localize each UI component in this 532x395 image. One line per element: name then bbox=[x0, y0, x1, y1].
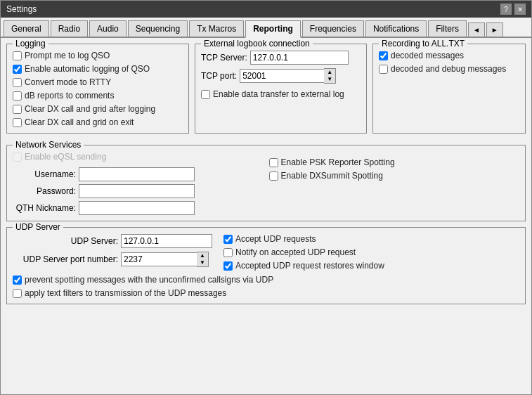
qth-label: QTH Nickname: bbox=[13, 203, 76, 213]
username-label: Username: bbox=[13, 169, 76, 179]
restore-udp-checkbox[interactable] bbox=[223, 261, 233, 271]
apply-filters-row: apply text filters to transmission of th… bbox=[13, 288, 519, 298]
tcp-server-row: TCP Server: bbox=[201, 51, 361, 65]
tab-general[interactable]: General bbox=[4, 20, 49, 37]
udp-port-up[interactable]: ▲ bbox=[197, 252, 208, 259]
decoded-checkbox[interactable] bbox=[379, 51, 388, 60]
psk-row: Enable PSK Reporter Spotting bbox=[269, 157, 520, 167]
udp-server-row: UDP Server: bbox=[13, 234, 212, 248]
help-button[interactable]: ? bbox=[500, 4, 512, 15]
restore-udp-label: Accepted UDP request restores window bbox=[235, 261, 384, 271]
rtty-checkbox[interactable] bbox=[13, 78, 22, 87]
clear-dx-after-label: Clear DX call and grid after logging bbox=[25, 104, 155, 114]
notify-udp-label: Notify on accepted UDP request bbox=[235, 247, 356, 257]
tcp-port-up[interactable]: ▲ bbox=[324, 69, 335, 76]
tab-notifications[interactable]: Notifications bbox=[365, 20, 427, 37]
udp-server-group: UDP Server UDP Server: UDP Server port n… bbox=[6, 227, 526, 304]
qth-row: QTH Nickname: bbox=[13, 201, 264, 215]
db-reports-label: dB reports to comments bbox=[25, 91, 114, 101]
network-inner: Enable eQSL sending Username: Password: … bbox=[13, 148, 519, 215]
tcp-server-label: TCP Server: bbox=[201, 53, 247, 63]
tab-reporting[interactable]: Reporting bbox=[245, 20, 301, 38]
udp-port-down[interactable]: ▼ bbox=[197, 259, 208, 266]
password-label: Password: bbox=[13, 186, 76, 196]
prompt-log-label: Prompt me to log QSO bbox=[25, 51, 110, 60]
clear-dx-after-checkbox[interactable] bbox=[13, 105, 22, 114]
network-services-group: Network Services Enable eQSL sending Use… bbox=[6, 145, 526, 221]
network-title: Network Services bbox=[13, 140, 84, 150]
tcp-port-input[interactable] bbox=[240, 69, 324, 83]
udp-port-input[interactable] bbox=[121, 252, 197, 266]
prevent-spotting-label: prevent spotting messages with the uncon… bbox=[25, 275, 273, 285]
prevent-spotting-checkbox[interactable] bbox=[13, 276, 22, 285]
tab-scroll-right[interactable]: ► bbox=[486, 22, 503, 37]
enable-transfer-checkbox[interactable] bbox=[201, 90, 210, 99]
password-input[interactable] bbox=[79, 184, 195, 198]
username-row: Username: bbox=[13, 167, 264, 181]
close-button[interactable]: ✕ bbox=[514, 4, 526, 15]
bottom-checkboxes: prevent spotting messages with the uncon… bbox=[13, 275, 519, 298]
tab-sequencing[interactable]: Sequencing bbox=[128, 20, 188, 37]
udp-right: Accept UDP requests Notify on accepted U… bbox=[212, 231, 519, 271]
decoded-debug-label: decoded and debug messages bbox=[391, 64, 506, 74]
eqsl-checkbox[interactable] bbox=[13, 153, 22, 162]
dxsummit-row: Enable DXSummit Spotting bbox=[269, 171, 520, 181]
prompt-log-row: Prompt me to log QSO bbox=[13, 51, 183, 60]
notify-udp-checkbox[interactable] bbox=[223, 248, 233, 257]
udp-left: UDP Server: UDP Server port number: ▲ ▼ bbox=[13, 231, 212, 271]
auto-log-row: Enable automatic logging of QSO bbox=[13, 64, 183, 74]
udp-server-input[interactable] bbox=[121, 234, 212, 248]
clear-dx-exit-checkbox[interactable] bbox=[13, 118, 22, 127]
psk-label: Enable PSK Reporter Spotting bbox=[281, 157, 395, 167]
content-area: Logging Prompt me to log QSO Enable auto… bbox=[1, 38, 531, 394]
username-input[interactable] bbox=[79, 167, 195, 181]
psk-checkbox[interactable] bbox=[269, 158, 278, 167]
rtty-row: Convert mode to RTTY bbox=[13, 77, 183, 87]
auto-log-label: Enable automatic logging of QSO bbox=[25, 64, 150, 74]
tab-radio[interactable]: Radio bbox=[51, 20, 88, 37]
udp-port-label: UDP Server port number: bbox=[13, 254, 118, 264]
decoded-label: decoded messages bbox=[391, 51, 464, 60]
eqsl-row: Enable eQSL sending bbox=[13, 152, 264, 162]
title-bar-buttons: ? ✕ bbox=[500, 4, 526, 15]
tab-tx-macros[interactable]: Tx Macros bbox=[189, 20, 244, 37]
tab-scroll-left[interactable]: ◄ bbox=[468, 22, 485, 37]
accept-udp-checkbox[interactable] bbox=[223, 235, 233, 244]
clear-dx-exit-label: Clear DX call and grid on exit bbox=[25, 117, 134, 127]
udp-server-label: UDP Server: bbox=[13, 236, 118, 246]
tab-audio[interactable]: Audio bbox=[89, 20, 126, 37]
db-reports-checkbox[interactable] bbox=[13, 91, 22, 101]
network-right: Enable PSK Reporter Spotting Enable DXSu… bbox=[269, 148, 520, 215]
tcp-port-label: TCP port: bbox=[201, 71, 237, 81]
tcp-server-input[interactable] bbox=[250, 51, 349, 65]
title-bar: Settings ? ✕ bbox=[1, 1, 531, 18]
tcp-port-down[interactable]: ▼ bbox=[324, 76, 335, 83]
dxsummit-label: Enable DXSummit Spotting bbox=[281, 171, 383, 181]
user-fields: Username: Password: QTH Nickname: bbox=[13, 167, 264, 215]
recording-title: Recording to ALL.TXT bbox=[379, 39, 467, 48]
recording-group: Recording to ALL.TXT decoded messages de… bbox=[372, 44, 526, 134]
rtty-label: Convert mode to RTTY bbox=[25, 77, 111, 87]
clear-dx-exit-row: Clear DX call and grid on exit bbox=[13, 117, 183, 127]
tcp-port-row: TCP port: ▲ ▼ bbox=[201, 68, 361, 84]
apply-filters-checkbox[interactable] bbox=[13, 289, 22, 298]
dxsummit-checkbox[interactable] bbox=[269, 171, 278, 181]
restore-udp-row: Accepted UDP request restores window bbox=[223, 261, 519, 271]
prevent-spotting-row: prevent spotting messages with the uncon… bbox=[13, 275, 519, 285]
decoded-debug-checkbox[interactable] bbox=[379, 65, 388, 74]
clear-dx-after-row: Clear DX call and grid after logging bbox=[13, 104, 183, 114]
top-section: Logging Prompt me to log QSO Enable auto… bbox=[6, 44, 526, 139]
qth-input[interactable] bbox=[79, 201, 195, 215]
auto-log-checkbox[interactable] bbox=[13, 65, 22, 74]
logging-title: Logging bbox=[13, 39, 48, 48]
tab-frequencies[interactable]: Frequencies bbox=[302, 20, 364, 37]
window-title: Settings bbox=[6, 4, 37, 14]
udp-title: UDP Server bbox=[13, 222, 63, 232]
tcp-port-spinner-buttons: ▲ ▼ bbox=[324, 68, 336, 84]
prompt-log-checkbox[interactable] bbox=[13, 51, 22, 60]
enable-transfer-row: Enable data transfer to external log bbox=[201, 89, 361, 99]
udp-port-row: UDP Server port number: ▲ ▼ bbox=[13, 252, 212, 267]
tab-filters[interactable]: Filters bbox=[428, 20, 467, 37]
accept-udp-row: Accept UDP requests bbox=[223, 234, 519, 244]
logging-group: Logging Prompt me to log QSO Enable auto… bbox=[6, 44, 189, 134]
